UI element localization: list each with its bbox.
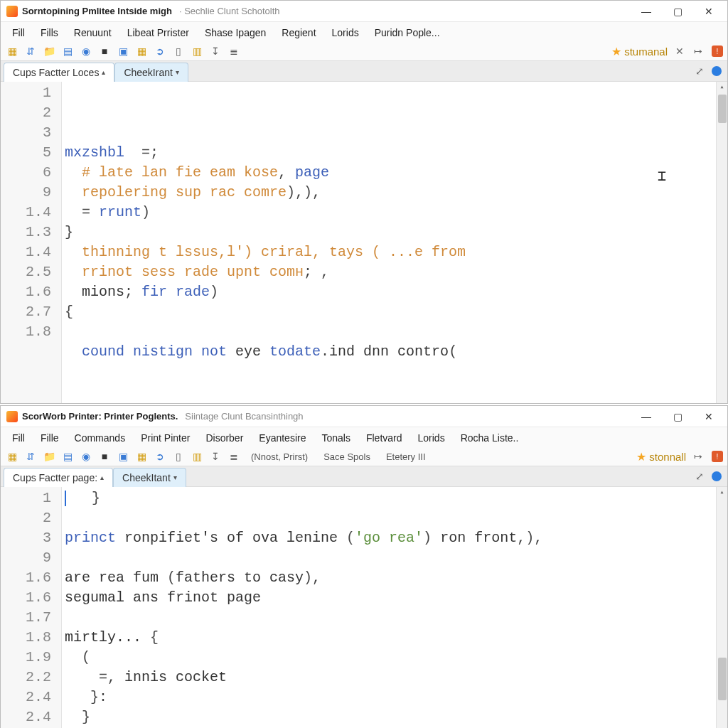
code-line[interactable]: mions; fir rade)	[65, 282, 713, 302]
toolbar-icon[interactable]: ▦	[5, 44, 19, 58]
toolbar-icon[interactable]: ≣	[227, 449, 241, 464]
toolbar-icon[interactable]: ■	[97, 44, 112, 58]
code-line[interactable]: mirtly... {	[65, 628, 713, 648]
tab-cups-factter[interactable]: Cups Factter Loces ▴	[4, 63, 114, 82]
status-dot[interactable]	[712, 471, 722, 481]
tab-cheekitant[interactable]: CheekItant ▾	[113, 468, 186, 487]
menu-item[interactable]: Commands	[68, 430, 133, 446]
menu-item[interactable]: Shase Ipagen	[198, 25, 273, 41]
code-line[interactable]	[65, 608, 713, 628]
code-area[interactable]: }princt ronpifiet's of ova lenine ('go r…	[62, 487, 716, 728]
tab-cups-factter-page[interactable]: Cups Factter page: ▴	[4, 468, 113, 487]
code-line[interactable]	[65, 548, 713, 568]
toolbar-icon[interactable]: ▦	[5, 449, 19, 464]
minimize-button[interactable]: —	[631, 407, 662, 427]
code-line[interactable]: princt ronpifiet's of ova lenine ('go re…	[65, 528, 713, 548]
menu-item[interactable]: Libeat Prrister	[120, 25, 196, 41]
toolbar-icon[interactable]: ▥	[190, 44, 204, 58]
menu-item[interactable]: Rocha Liste..	[454, 430, 526, 446]
close-button[interactable]: ✕	[693, 407, 724, 427]
vertical-scrollbar[interactable]: ▴	[716, 487, 727, 728]
code-line[interactable]: are rea fum (fathers to casy),	[65, 568, 713, 588]
code-line[interactable]: }	[65, 707, 713, 727]
menu-item[interactable]: Tonals	[314, 430, 357, 446]
tab-cheekirant[interactable]: CheekIrant ▾	[114, 63, 188, 82]
goto-icon[interactable]: ↦	[692, 45, 705, 58]
code-line[interactable]: segumal ans frinot page	[65, 588, 713, 608]
toolbar-icon[interactable]: 📁	[42, 44, 56, 58]
star-label[interactable]: ★ stonnall ↦ !	[636, 450, 723, 464]
code-line[interactable]: {	[65, 302, 713, 322]
menu-item[interactable]: Renuunt	[67, 25, 119, 41]
menu-item[interactable]: Lorids	[411, 430, 452, 446]
menu-item[interactable]: Fletvard	[359, 430, 410, 446]
scroll-up-icon[interactable]: ▴	[717, 82, 727, 93]
toolbar-icon[interactable]: ≣	[227, 44, 241, 58]
toolbar-icon[interactable]: ↧	[208, 44, 223, 58]
code-line[interactable]	[65, 362, 713, 382]
code-line[interactable]: }	[65, 223, 713, 242]
split-icon[interactable]: ⤢	[693, 470, 706, 483]
notification-badge[interactable]: !	[712, 46, 723, 57]
notification-badge[interactable]: !	[712, 451, 723, 462]
code-line[interactable]: }:	[65, 687, 713, 707]
code-line[interactable]: repolering sup rac comre),),	[65, 183, 713, 203]
code-line[interactable]: rrinot sess rade upnt comн; ,	[65, 262, 713, 282]
toolbar-icon[interactable]: ◉	[79, 44, 93, 58]
toolbar-icon[interactable]: ◉	[79, 449, 93, 464]
maximize-button[interactable]: ▢	[662, 407, 693, 427]
vertical-scrollbar[interactable]: ▴	[716, 82, 727, 403]
toolbar-icon[interactable]: ➲	[153, 44, 167, 58]
scroll-thumb[interactable]	[718, 95, 727, 123]
code-line[interactable]	[65, 508, 713, 528]
minimize-button[interactable]: —	[631, 1, 662, 21]
menu-item[interactable]: Fille	[33, 430, 66, 446]
toolbar-icon[interactable]: ▣	[116, 44, 130, 58]
code-line[interactable]	[65, 322, 713, 342]
toolbar-icon[interactable]: ↧	[208, 449, 223, 464]
code-line[interactable]	[65, 382, 713, 402]
code-line[interactable]: =, innis cocket	[65, 668, 713, 687]
toolbar-icon[interactable]: ▤	[60, 449, 75, 464]
code-line[interactable]: (	[65, 648, 713, 668]
code-line[interactable]: }	[65, 488, 713, 508]
toolbar-icon[interactable]: ■	[97, 449, 112, 464]
code-line[interactable]: thinning t lssus,l') criral, tays ( ...e…	[65, 242, 713, 262]
status-dot[interactable]	[712, 66, 722, 76]
scroll-up-icon[interactable]: ▴	[717, 487, 727, 498]
toolbar-icon[interactable]: ⇵	[23, 449, 38, 464]
toolbar-icon[interactable]: ▯	[171, 44, 186, 58]
toolbar-icon[interactable]: ▯	[171, 449, 186, 464]
editor[interactable]: 1235691.41.31.42.51.62.71.8 ⌶ mxzshbl =;…	[1, 82, 727, 403]
menu-item[interactable]: Fills	[33, 25, 65, 41]
toolbar-icon[interactable]: ▣	[116, 449, 130, 464]
menu-item[interactable]: Lorids	[325, 25, 366, 41]
menu-item[interactable]: Fill	[5, 25, 32, 41]
goto-icon[interactable]: ↦	[692, 450, 705, 463]
split-icon[interactable]: ⤢	[693, 65, 706, 77]
toolbar-icon[interactable]: ▥	[190, 449, 204, 464]
menu-item[interactable]: Fill	[5, 430, 32, 446]
toolbar-icon[interactable]: ▦	[134, 44, 149, 58]
menu-item[interactable]: Regient	[274, 25, 323, 41]
menu-item[interactable]: Eyantesire	[252, 430, 313, 446]
close-small-icon[interactable]: ✕	[673, 45, 686, 58]
menu-item[interactable]: Print Pinter	[134, 430, 197, 446]
toolbar-icon[interactable]: ➲	[153, 449, 167, 464]
menu-item[interactable]: Disorber	[198, 430, 250, 446]
menu-item[interactable]: Puridn Pople...	[368, 25, 447, 41]
code-line[interactable]: cound nistign not eye todate.ind dnn con…	[65, 342, 713, 362]
toolbar-icon[interactable]: ▦	[134, 449, 149, 464]
code-line[interactable]: = rrunt)	[65, 203, 713, 223]
close-button[interactable]: ✕	[693, 1, 724, 21]
maximize-button[interactable]: ▢	[662, 1, 693, 21]
code-line[interactable]: mxzshbl =;	[65, 143, 713, 163]
editor[interactable]: 12391.61.61.71.81.92.22.42.42.5 }princt …	[1, 487, 727, 728]
code-area[interactable]: ⌶ mxzshbl =; # late lan fie eam kose, pa…	[62, 82, 716, 403]
toolbar-icon[interactable]: ⇵	[23, 44, 38, 58]
scroll-thumb[interactable]	[718, 658, 727, 700]
star-label[interactable]: ★ stumanal ✕ ↦ !	[611, 45, 723, 58]
toolbar-icon[interactable]: ▤	[60, 44, 75, 58]
toolbar-icon[interactable]: 📁	[42, 449, 56, 464]
code-line[interactable]: # late lan fie eam kose, page	[65, 163, 713, 183]
